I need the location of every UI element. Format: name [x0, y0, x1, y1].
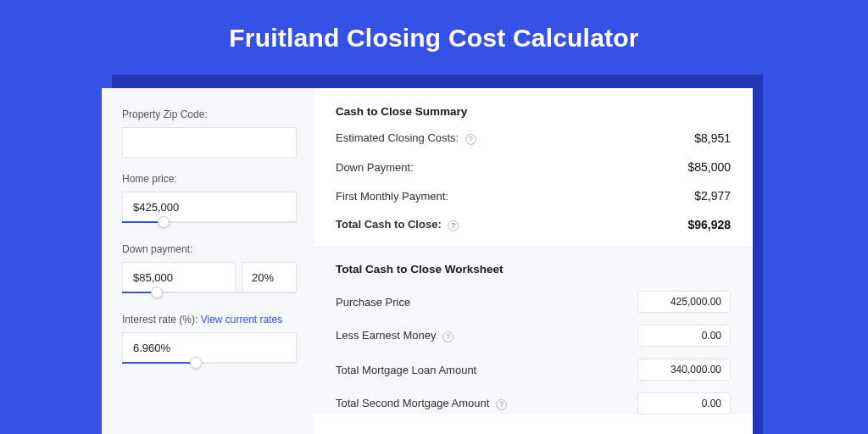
worksheet-row-label: Less Earnest Money ?: [336, 329, 453, 342]
worksheet-row-label: Total Mortgage Loan Amount: [336, 364, 476, 376]
help-icon[interactable]: ?: [496, 399, 507, 410]
summary-row: Estimated Closing Costs: ? $8,951: [336, 131, 731, 145]
interest-rate-slider[interactable]: [122, 362, 297, 369]
slider-thumb[interactable]: [190, 357, 202, 369]
summary-row: First Monthly Payment: $2,977: [336, 189, 731, 203]
help-icon[interactable]: ?: [448, 220, 459, 231]
summary-row-label: Estimated Closing Costs: ?: [336, 131, 476, 144]
down-payment-label: Down payment:: [122, 243, 297, 255]
summary-row: Down Payment: $85,000: [336, 160, 731, 174]
worksheet-row-label: Purchase Price: [336, 296, 410, 309]
worksheet-row-input[interactable]: [637, 325, 731, 347]
summary-total-label: Total Cash to Close: ?: [336, 218, 459, 231]
summary-heading: Cash to Close Summary: [336, 105, 731, 118]
cash-summary: Cash to Close Summary Estimated Closing …: [336, 105, 731, 231]
slider-thumb[interactable]: [158, 216, 170, 228]
page-title: Fruitland Closing Cost Calculator: [0, 0, 868, 53]
summary-row-value: $8,951: [694, 131, 731, 145]
interest-rate-label: Interest rate (%): View current rates: [122, 314, 297, 326]
worksheet-row-label-text: Total Second Mortgage Amount: [336, 397, 489, 409]
zip-label: Property Zip Code:: [122, 108, 297, 120]
worksheet-row: Purchase Price: [336, 291, 731, 313]
field-home-price: Home price:: [122, 173, 297, 228]
summary-total-value: $96,928: [687, 218, 731, 231]
interest-rate-label-text: Interest rate (%):: [122, 314, 201, 326]
results-panel: Cash to Close Summary Estimated Closing …: [314, 88, 753, 434]
help-icon[interactable]: ?: [442, 331, 453, 342]
field-interest-rate: Interest rate (%): View current rates: [122, 314, 297, 369]
field-zip: Property Zip Code:: [122, 108, 297, 158]
summary-row-label-text: Estimated Closing Costs:: [336, 131, 459, 144]
worksheet-row: Total Mortgage Loan Amount: [336, 359, 731, 381]
worksheet-row-label: Total Second Mortgage Amount ?: [336, 397, 507, 409]
worksheet-row-label-text: Less Earnest Money: [336, 329, 437, 342]
help-icon[interactable]: ?: [465, 134, 476, 145]
worksheet-section: Total Cash to Close Worksheet Purchase P…: [314, 247, 753, 415]
field-down-payment: Down payment:: [122, 243, 297, 298]
summary-row-label: Down Payment:: [336, 161, 414, 174]
summary-row-value: $85,000: [687, 160, 731, 174]
interest-rate-input[interactable]: [122, 332, 297, 363]
down-payment-pct-input[interactable]: [242, 262, 297, 292]
slider-thumb[interactable]: [151, 287, 163, 298]
calculator-card: Property Zip Code: Home price: Down paym…: [102, 88, 753, 434]
worksheet-heading: Total Cash to Close Worksheet: [336, 263, 731, 275]
worksheet-row-input[interactable]: [637, 291, 731, 313]
inputs-panel: Property Zip Code: Home price: Down paym…: [102, 88, 314, 434]
slider-fill: [122, 362, 196, 364]
zip-input[interactable]: [122, 127, 297, 158]
worksheet-row: Total Second Mortgage Amount ?: [336, 392, 731, 415]
home-price-slider[interactable]: [122, 221, 297, 228]
summary-row-label: First Monthly Payment:: [336, 190, 448, 203]
worksheet-row-input[interactable]: [637, 359, 731, 381]
home-price-input[interactable]: [122, 192, 297, 222]
summary-total-row: Total Cash to Close: ? $96,928: [336, 218, 731, 231]
summary-row-value: $2,977: [694, 189, 731, 203]
worksheet-row: Less Earnest Money ?: [336, 325, 731, 347]
down-payment-input[interactable]: [122, 262, 236, 292]
summary-total-label-text: Total Cash to Close:: [336, 218, 442, 231]
down-payment-slider[interactable]: [122, 292, 297, 298]
worksheet-row-input[interactable]: [637, 392, 731, 415]
home-price-label: Home price:: [122, 173, 297, 185]
view-rates-link[interactable]: View current rates: [201, 314, 283, 326]
